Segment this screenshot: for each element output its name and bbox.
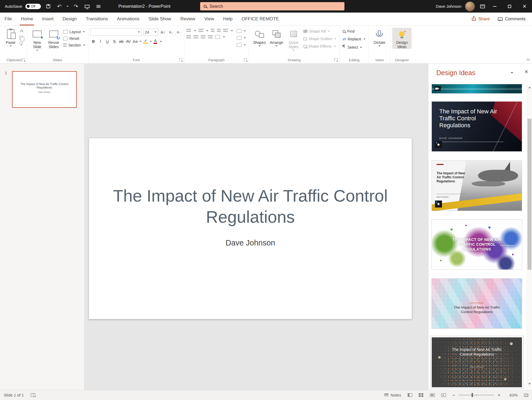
- tab-view[interactable]: View: [200, 13, 219, 25]
- tab-office-remote[interactable]: OFFICE REMOTE: [237, 13, 284, 25]
- design-thumbnail-dark-airplane[interactable]: The Impact of New Air Traffic Control Re…: [432, 101, 522, 152]
- ribbon-display-options-button[interactable]: [479, 2, 487, 11]
- design-ideas-button[interactable]: Design Ideas: [392, 28, 411, 49]
- design-thumbnail-runway-airplane[interactable]: The Impact of New Air Traffic Control Re…: [432, 160, 522, 211]
- zoom-slider-thumb[interactable]: [472, 393, 473, 397]
- reuse-slides-button[interactable]: Reuse Slides: [45, 28, 62, 49]
- pane-scrollbar[interactable]: [527, 84, 532, 387]
- redo-button[interactable]: [72, 2, 80, 11]
- notes-button[interactable]: Notes: [384, 393, 401, 397]
- undo-button[interactable]: [55, 2, 63, 11]
- reset-button[interactable]: Reset: [62, 36, 86, 41]
- zoom-in-button[interactable]: +: [498, 393, 500, 398]
- tab-file[interactable]: File: [0, 13, 16, 25]
- normal-view-button[interactable]: [407, 393, 412, 397]
- font-name-input[interactable]: [92, 30, 137, 34]
- new-slide-button[interactable]: New Slide: [29, 28, 45, 52]
- tab-slide-show[interactable]: Slide Show: [144, 13, 176, 25]
- font-color-button[interactable]: [152, 38, 159, 45]
- font-size-combo[interactable]: [143, 28, 158, 36]
- align-text-button[interactable]: [236, 35, 247, 41]
- scrollbar-thumb[interactable]: [527, 119, 531, 270]
- tab-insert[interactable]: Insert: [38, 13, 58, 25]
- strikethrough-button[interactable]: [118, 38, 125, 45]
- numbering-chevron-icon[interactable]: [206, 30, 208, 32]
- tab-design[interactable]: Design: [58, 13, 81, 25]
- format-painter-button[interactable]: [18, 41, 25, 45]
- select-button[interactable]: Select: [341, 44, 367, 51]
- paste-button[interactable]: Paste: [3, 28, 18, 48]
- section-button[interactable]: Section: [62, 42, 86, 48]
- copy-button[interactable]: [18, 35, 25, 40]
- spell-check-icon[interactable]: [31, 393, 35, 397]
- quick-styles-button[interactable]: Quick Styles: [285, 28, 302, 52]
- cut-button[interactable]: [18, 29, 25, 34]
- save-button[interactable]: [44, 2, 52, 11]
- justify-icon[interactable]: [208, 35, 213, 39]
- slide-canvas[interactable]: The Impact of New Air Traffic Control Re…: [89, 138, 412, 319]
- decrease-indent-icon[interactable]: [211, 29, 215, 32]
- avatar[interactable]: [465, 2, 475, 11]
- share-button[interactable]: Share: [472, 17, 490, 21]
- search-box[interactable]: [200, 2, 344, 10]
- line-spacing-chevron-icon[interactable]: [231, 30, 233, 32]
- font-size-input[interactable]: [145, 30, 154, 34]
- text-shadow-button[interactable]: [111, 38, 118, 45]
- character-spacing-button[interactable]: [125, 38, 131, 45]
- numbering-icon[interactable]: [199, 29, 203, 32]
- customize-quick-access-toolbar-button[interactable]: [94, 2, 102, 11]
- pane-chevron-down-icon[interactable]: [511, 72, 513, 75]
- layout-button[interactable]: Layout: [62, 29, 86, 35]
- arrange-button[interactable]: Arrange: [268, 28, 285, 48]
- zoom-slider[interactable]: [458, 395, 494, 395]
- tab-review[interactable]: Review: [176, 13, 200, 25]
- scroll-up-arrow-icon[interactable]: [527, 84, 532, 90]
- zoom-out-button[interactable]: −: [452, 393, 455, 398]
- autosave-toggle[interactable]: Off: [25, 4, 41, 9]
- scroll-down-arrow-icon[interactable]: [527, 381, 532, 387]
- design-thumbnail-dotted-spiral[interactable]: The Impact of New Air Traffic Control Re…: [432, 337, 522, 387]
- shape-fill-button[interactable]: Shape Fill: [302, 28, 338, 34]
- start-presentation-button[interactable]: [83, 2, 91, 11]
- decrease-font-size-button[interactable]: [168, 29, 174, 36]
- comments-button[interactable]: Comments: [498, 17, 526, 21]
- pane-close-icon[interactable]: ×: [525, 68, 528, 75]
- shape-outline-button[interactable]: Shape Outline: [302, 36, 338, 42]
- text-direction-button[interactable]: [236, 28, 247, 34]
- fit-slide-to-window-button[interactable]: [524, 394, 528, 397]
- line-spacing-icon[interactable]: [223, 29, 228, 32]
- design-thumbnail-pastel-grid[interactable]: Dave Johnson The Impact of New Air Traff…: [432, 278, 522, 329]
- change-case-button[interactable]: [132, 38, 138, 45]
- font-color-chevron-icon[interactable]: [160, 41, 162, 43]
- maximize-button[interactable]: [502, 0, 517, 13]
- tab-animations[interactable]: Animations: [112, 13, 144, 25]
- bullets-chevron-icon[interactable]: [194, 30, 196, 32]
- slide-sorter-view-button[interactable]: [419, 393, 424, 397]
- align-right-icon[interactable]: [201, 35, 205, 39]
- bullets-icon[interactable]: [186, 29, 191, 32]
- shapes-button[interactable]: Shapes: [251, 28, 268, 48]
- slide-title-textbox[interactable]: The Impact of New Air Traffic Control Re…: [107, 185, 393, 228]
- tab-transitions[interactable]: Transitions: [81, 13, 112, 25]
- italic-button[interactable]: [97, 38, 104, 45]
- slide-thumbnail[interactable]: The Impact of New Air Traffic Control Re…: [12, 71, 77, 108]
- increase-font-size-button[interactable]: [160, 29, 166, 36]
- clear-formatting-button[interactable]: [176, 29, 182, 36]
- minimize-button[interactable]: [487, 0, 502, 13]
- align-left-icon[interactable]: [186, 35, 191, 39]
- search-input[interactable]: [209, 4, 341, 9]
- underline-button[interactable]: [104, 38, 111, 45]
- increase-indent-icon[interactable]: [217, 29, 221, 32]
- tab-home[interactable]: Home: [16, 13, 37, 25]
- columns-chevron-icon[interactable]: [223, 36, 225, 39]
- shape-effects-button[interactable]: Shape Effects: [302, 43, 338, 49]
- tab-help[interactable]: Help: [219, 13, 237, 25]
- change-case-chevron-icon[interactable]: [139, 41, 142, 43]
- replace-button[interactable]: Replace: [341, 36, 367, 42]
- font-name-combo[interactable]: [90, 28, 142, 36]
- convert-to-smartart-button[interactable]: [236, 42, 247, 48]
- undo-dropdown-chevron-icon[interactable]: [67, 6, 69, 8]
- slide-subtitle-textbox[interactable]: Dave Johnson: [89, 239, 412, 247]
- find-button[interactable]: Find: [341, 28, 367, 34]
- align-center-icon[interactable]: [193, 35, 198, 39]
